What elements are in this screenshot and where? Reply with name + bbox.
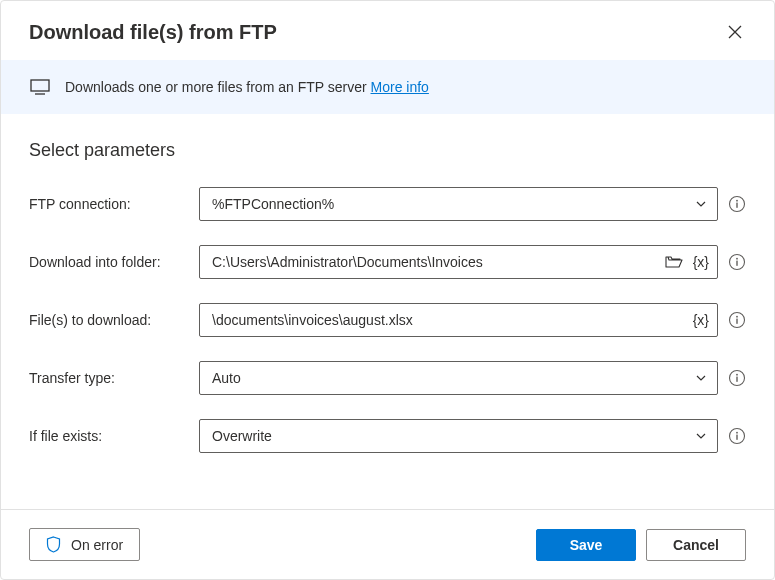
variable-icon[interactable]: {x} bbox=[693, 254, 709, 270]
svg-rect-16 bbox=[736, 435, 737, 440]
row-ftp-connection: FTP connection: %FTPConnection% bbox=[29, 187, 746, 221]
info-banner-description: Downloads one or more files from an FTP … bbox=[65, 79, 371, 95]
svg-point-3 bbox=[736, 200, 738, 202]
close-icon bbox=[728, 25, 742, 39]
close-button[interactable] bbox=[724, 21, 746, 43]
save-button[interactable]: Save bbox=[536, 529, 636, 561]
info-banner-text: Downloads one or more files from an FTP … bbox=[65, 79, 429, 95]
input-files-to-download[interactable]: {x} bbox=[199, 303, 718, 337]
chevron-down-icon bbox=[695, 372, 707, 384]
svg-point-12 bbox=[736, 374, 738, 376]
info-banner: Downloads one or more files from an FTP … bbox=[1, 60, 774, 114]
shield-icon bbox=[46, 536, 61, 553]
row-transfer-type: Transfer type: Auto bbox=[29, 361, 746, 395]
svg-rect-4 bbox=[736, 203, 737, 208]
row-download-folder: Download into folder: {x} bbox=[29, 245, 746, 279]
svg-rect-13 bbox=[736, 377, 737, 382]
select-value: Overwrite bbox=[212, 428, 272, 444]
monitor-icon bbox=[29, 76, 51, 98]
svg-point-15 bbox=[736, 432, 738, 434]
label-files-to-download: File(s) to download: bbox=[29, 312, 189, 328]
row-if-file-exists: If file exists: Overwrite bbox=[29, 419, 746, 453]
cancel-button[interactable]: Cancel bbox=[646, 529, 746, 561]
svg-rect-10 bbox=[736, 319, 737, 324]
folder-open-icon[interactable] bbox=[665, 254, 683, 270]
label-download-folder: Download into folder: bbox=[29, 254, 189, 270]
info-icon[interactable] bbox=[728, 311, 746, 329]
section-title: Select parameters bbox=[29, 140, 746, 161]
svg-rect-0 bbox=[31, 80, 49, 91]
on-error-label: On error bbox=[71, 537, 123, 553]
input-files-to-download-field[interactable] bbox=[212, 312, 693, 328]
variable-icon[interactable]: {x} bbox=[693, 312, 709, 328]
input-download-folder[interactable]: {x} bbox=[199, 245, 718, 279]
info-icon[interactable] bbox=[728, 369, 746, 387]
label-ftp-connection: FTP connection: bbox=[29, 196, 189, 212]
label-if-file-exists: If file exists: bbox=[29, 428, 189, 444]
chevron-down-icon bbox=[695, 198, 707, 210]
more-info-link[interactable]: More info bbox=[371, 79, 429, 95]
info-icon[interactable] bbox=[728, 253, 746, 271]
dialog-footer: On error Save Cancel bbox=[1, 509, 774, 579]
dialog-header: Download file(s) from FTP bbox=[1, 1, 774, 60]
svg-point-9 bbox=[736, 316, 738, 318]
select-value: %FTPConnection% bbox=[212, 196, 334, 212]
footer-actions: Save Cancel bbox=[536, 529, 746, 561]
label-transfer-type: Transfer type: bbox=[29, 370, 189, 386]
info-icon[interactable] bbox=[728, 427, 746, 445]
chevron-down-icon bbox=[695, 430, 707, 442]
dialog-content: Select parameters FTP connection: %FTPCo… bbox=[1, 114, 774, 509]
dialog-title: Download file(s) from FTP bbox=[29, 21, 277, 44]
select-if-file-exists[interactable]: Overwrite bbox=[199, 419, 718, 453]
select-ftp-connection[interactable]: %FTPConnection% bbox=[199, 187, 718, 221]
dialog-download-ftp: Download file(s) from FTP Downloads one … bbox=[0, 0, 775, 580]
svg-rect-7 bbox=[736, 261, 737, 266]
select-transfer-type[interactable]: Auto bbox=[199, 361, 718, 395]
info-icon[interactable] bbox=[728, 195, 746, 213]
select-value: Auto bbox=[212, 370, 241, 386]
row-files-to-download: File(s) to download: {x} bbox=[29, 303, 746, 337]
svg-point-6 bbox=[736, 258, 738, 260]
on-error-button[interactable]: On error bbox=[29, 528, 140, 561]
input-download-folder-field[interactable] bbox=[212, 254, 665, 270]
